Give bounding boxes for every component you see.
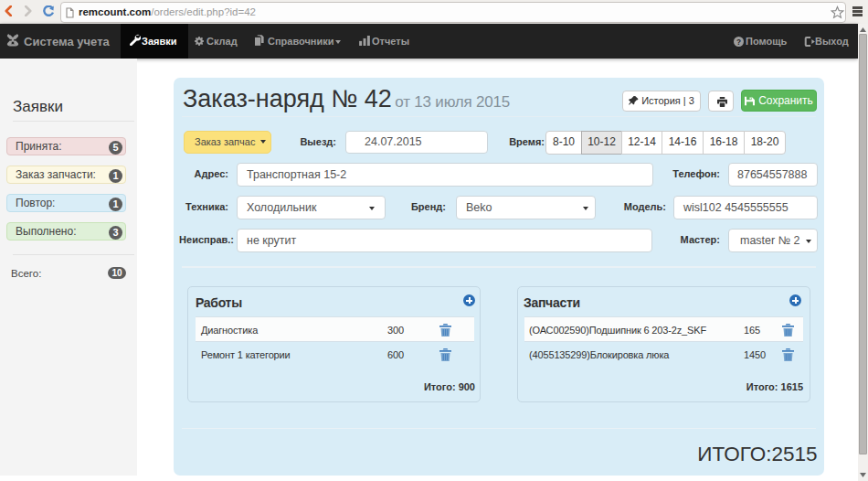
svg-text:?: ? (736, 38, 741, 47)
